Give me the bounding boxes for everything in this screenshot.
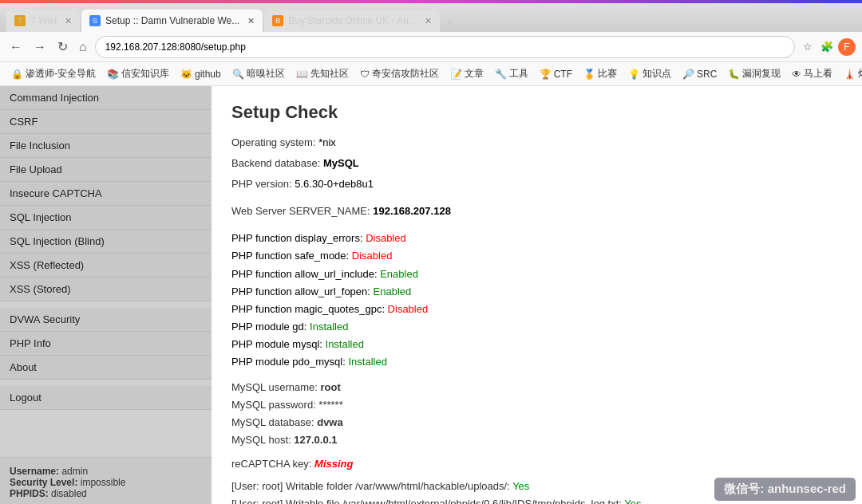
sidebar-item-logout[interactable]: Logout — [0, 386, 212, 410]
content-area: Setup Check Operating system: *nix Backe… — [212, 86, 862, 504]
back-button[interactable]: ← — [6, 37, 26, 57]
footer-username: Username: admin — [10, 466, 202, 477]
bookmark-xianzhi[interactable]: 📖 先知社区 — [291, 65, 354, 82]
sidebar-item-command-injection[interactable]: Command Injection — [0, 86, 212, 110]
toolbar-icons: ☆ 🧩 F — [800, 38, 856, 56]
bookmark-ctf-icon: 🏆 — [540, 69, 552, 80]
db-info: Backend database: MySQL — [231, 155, 842, 172]
menu-divider-1 — [0, 301, 212, 308]
mysql-host: MySQL host: 127.0.0.1 — [231, 431, 842, 449]
bookmark-zhishidian-icon: 💡 — [628, 69, 640, 80]
sidebar-item-sql-injection[interactable]: SQL Injection — [0, 206, 212, 230]
sidebar-item-file-inclusion[interactable]: File Inclusion — [0, 134, 212, 158]
php-check-magic-quotes: PHP function magic_quotes_gpc: Disabled — [231, 301, 842, 318]
sidebar-item-xss-reflected[interactable]: XSS (Reflected) — [0, 254, 212, 278]
sidebar-item-insecure-captcha[interactable]: Insecure CAPTCHA — [0, 182, 212, 206]
bookmark-nav[interactable]: 🔒 渗透师-安全导航 — [6, 65, 101, 82]
address-input[interactable] — [95, 36, 795, 58]
new-tab-button[interactable]: + — [441, 15, 460, 32]
username-label: Username: — [10, 466, 59, 477]
content-wrapper: Setup Check Operating system: *nix Backe… — [212, 86, 862, 504]
recaptcha-label: reCAPTCHA key: — [231, 458, 311, 470]
tab-label-setup: Setup :: Damn Vulnerable We... — [105, 15, 239, 26]
sidebar-item-about[interactable]: About — [0, 356, 212, 380]
bookmark-lighthouse-label: 灯塔 — [858, 67, 862, 81]
bookmark-knowledge-label: 信安知识库 — [121, 67, 169, 81]
bookmark-github[interactable]: 🐱 github — [176, 67, 226, 81]
reload-button[interactable]: ↻ — [54, 36, 71, 57]
sidebar-item-php-info[interactable]: PHP Info — [0, 332, 212, 356]
bookmark-bisai[interactable]: 🏅 比赛 — [579, 65, 622, 82]
tab-twiki[interactable]: T T Wiki ✕ — [6, 10, 80, 32]
bookmark-anxi-label: 暗嗅社区 — [247, 67, 285, 81]
bookmark-github-label: github — [195, 69, 221, 80]
footer-security-level: Security Level: impossible — [10, 477, 202, 488]
mysql-username: MySQL username: root — [231, 379, 842, 396]
php-check-allow-url-include: PHP function allow_url_include: Enabled — [231, 266, 842, 283]
php-check-allow-url-fopen: PHP function allow_url_fopen: Enabled — [231, 283, 842, 301]
mysql-database: MySQL database: dvwa — [231, 414, 842, 431]
bookmark-tools-label: 工具 — [509, 67, 528, 81]
bookmark-tools[interactable]: 🔧 工具 — [490, 65, 533, 82]
bookmark-src-icon: 🔎 — [682, 69, 694, 80]
sidebar-item-xss-stored[interactable]: XSS (Stored) — [0, 278, 212, 301]
bookmark-mashangkan[interactable]: 👁 马上看 — [787, 65, 837, 82]
server-label: Web Server SERVER_NAME: — [231, 205, 370, 217]
bookmark-github-icon: 🐱 — [180, 69, 192, 80]
security-value: impossible — [81, 477, 126, 488]
bookmark-zhishidian[interactable]: 💡 知识点 — [623, 65, 676, 82]
sidebar-item-sql-injection-blind[interactable]: SQL Injection (Blind) — [0, 230, 212, 254]
os-value: *nix — [318, 136, 336, 148]
tab-setup[interactable]: S Setup :: Damn Vulnerable We... ✕ — [81, 10, 263, 32]
php-check-mysql: PHP module mysql: Installed — [231, 336, 842, 353]
bookmark-src-label: SRC — [697, 69, 717, 80]
db-label: Backend database: — [231, 157, 320, 169]
sidebar-item-file-upload[interactable]: File Upload — [0, 158, 212, 182]
mysql-password: MySQL password: ****** — [231, 396, 842, 414]
watermark: 微信号: anhunsec-red — [714, 478, 856, 501]
tab-steroids[interactable]: B Buy Steroids Online UK - An... ✕ — [264, 10, 440, 32]
os-info: Operating system: *nix — [231, 134, 842, 152]
footer-phpids: PHPIDS: disabled — [10, 488, 202, 499]
home-button[interactable]: ⌂ — [76, 37, 90, 57]
bookmark-knowledge[interactable]: 📚 信安知识库 — [102, 65, 174, 82]
tab-close-twiki[interactable]: ✕ — [65, 16, 72, 26]
bookmark-anxi[interactable]: 🔍 暗嗅社区 — [227, 65, 290, 82]
firefox-account-icon[interactable]: F — [838, 38, 856, 56]
bookmark-nav-icon: 🔒 — [11, 69, 23, 80]
php-check-display-errors: PHP function display_errors: Disabled — [231, 230, 842, 247]
bookmark-zhishidian-label: 知识点 — [643, 67, 671, 81]
mysql-info-block: MySQL username: root MySQL password: ***… — [231, 379, 842, 449]
bookmark-wenzhang[interactable]: 📝 文章 — [445, 65, 488, 82]
tab-close-setup[interactable]: ✕ — [247, 16, 255, 26]
extensions-icon[interactable]: 🧩 — [819, 39, 835, 55]
bookmark-lighthouse[interactable]: 🗼 灯塔 — [839, 65, 862, 82]
bookmark-loufeng-label: 漏洞复现 — [742, 67, 781, 81]
tab-close-steroids[interactable]: ✕ — [425, 16, 432, 26]
main-area: Command Injection CSRF File Inclusion Fi… — [0, 86, 862, 504]
bookmark-ctf[interactable]: 🏆 CTF — [535, 67, 577, 81]
php-check-safe-mode: PHP function safe_mode: Disabled — [231, 247, 842, 265]
bookmark-loufeng[interactable]: 🐛 漏洞复现 — [723, 65, 785, 82]
bookmark-qianxin-icon: 🛡 — [360, 69, 370, 80]
bookmark-loufeng-icon: 🐛 — [728, 69, 740, 80]
tab-favicon-steroids: B — [272, 15, 283, 26]
forward-button[interactable]: → — [30, 37, 49, 57]
bookmark-xianzhi-icon: 📖 — [296, 69, 308, 80]
server-value: 192.168.207.128 — [373, 205, 451, 217]
bookmark-ctf-label: CTF — [554, 69, 572, 80]
php-check-gd: PHP module gd: Installed — [231, 318, 842, 336]
bookmark-src[interactable]: 🔎 SRC — [678, 67, 722, 81]
bookmark-mashangkan-icon: 👁 — [792, 69, 801, 80]
address-bar: ← → ↻ ⌂ ☆ 🧩 F — [0, 32, 862, 62]
bookmark-qianxin[interactable]: 🛡 奇安信攻防社区 — [355, 65, 444, 82]
bookmark-wenzhang-icon: 📝 — [450, 69, 462, 80]
sidebar-footer: Username: admin Security Level: impossib… — [0, 457, 212, 504]
sidebar-item-dvwa-security[interactable]: DVWA Security — [0, 308, 212, 332]
sidebar-item-csrf[interactable]: CSRF — [0, 110, 212, 134]
bookmark-mashangkan-label: 马上看 — [804, 67, 832, 81]
security-label: Security Level: — [10, 477, 77, 488]
bookmark-nav-label: 渗透师-安全导航 — [26, 67, 96, 81]
bookmark-icon[interactable]: ☆ — [800, 39, 816, 55]
bookmark-bisai-label: 比赛 — [598, 67, 617, 81]
